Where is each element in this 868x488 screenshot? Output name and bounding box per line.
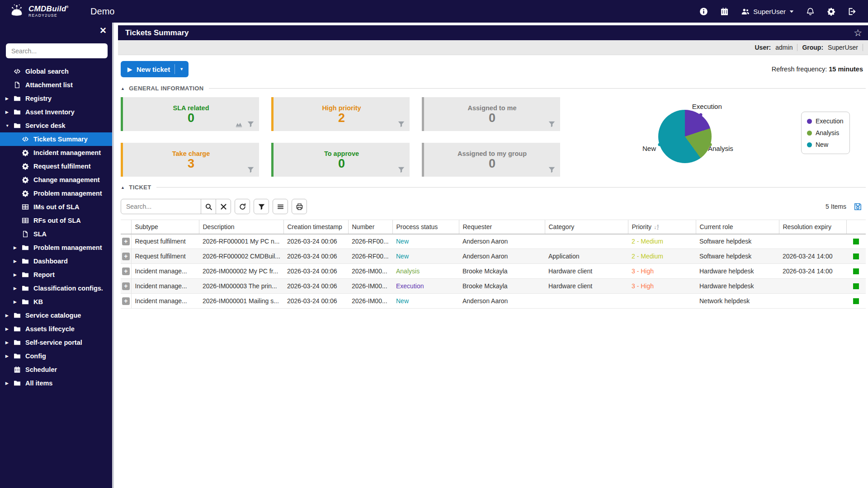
chevron-right-icon[interactable]: ▶ [5,96,11,101]
kpi-card-assigned-to-my-group[interactable]: Assigned to my group0 [422,143,560,177]
table-row[interactable]: +Request fulfilment2026-RF000002 CMDBuil… [121,249,866,264]
filter-icon[interactable] [548,166,556,174]
table-row[interactable]: +Request fulfilment2026-RF000001 My PC n… [121,234,866,249]
filter-icon[interactable] [397,120,405,128]
sidebar-item-problem-management[interactable]: ▶Problem management [0,241,114,254]
sidebar-item-asset-inventory[interactable]: ▶Asset Inventory [0,105,114,119]
expand-row-button[interactable]: + [122,238,130,245]
sidebar-search-input[interactable] [6,43,108,58]
save-icon[interactable] [854,202,862,211]
chevron-right-icon[interactable]: ▶ [5,313,11,318]
pie-chart[interactable] [658,110,712,163]
expand-row-button[interactable]: + [122,267,130,275]
chevron-right-icon[interactable]: ▶ [5,381,11,385]
kpi-card-high-priority[interactable]: High priority2 [271,97,410,131]
column-header-process-status[interactable]: Process status [392,220,459,234]
kpi-card-to-approve[interactable]: To approve0 [271,143,410,177]
collapse-icon[interactable]: ▲ [121,185,125,190]
table-row[interactable]: +Incident manage...2026-IM000001 Mailing… [121,294,866,309]
sidebar-scrollbar[interactable] [112,23,114,488]
sidebar-item-attachment-list[interactable]: Attachment list [0,78,114,92]
expand-row-button[interactable]: + [122,253,130,260]
filter-icon[interactable] [548,120,556,128]
column-header-category[interactable]: Category [545,220,628,234]
filter-icon[interactable] [247,166,255,174]
chart-icon[interactable] [235,120,243,128]
filter-icon[interactable] [247,120,255,128]
sidebar-item-assets-lifecycle[interactable]: ▶Assets lifecycle [0,322,114,336]
chevron-right-icon[interactable]: ▶ [14,259,19,263]
chevron-right-icon[interactable]: ▶ [14,300,19,304]
ticket-search-input[interactable] [121,199,201,214]
sidebar-item-sla[interactable]: SLA [0,227,114,241]
expand-row-button[interactable]: + [122,282,130,290]
sidebar-item-service-catalogue[interactable]: ▶Service catalogue [0,309,114,322]
cmdbuild-logo[interactable]: CMDBuild® READY2USE [9,4,69,19]
sidebar-item-kb[interactable]: ▶KB [0,295,114,309]
bell-button[interactable] [806,7,815,16]
sidebar-item-registry[interactable]: ▶Registry [0,92,114,105]
kpi-card-sla-related[interactable]: SLA related0 [121,97,259,131]
ticket-section-header[interactable]: ▲ TICKET [121,184,866,191]
sidebar-item-tickets-summary[interactable]: Tickets Summary [0,132,114,146]
kpi-card-assigned-to-me[interactable]: Assigned to me0 [422,97,560,131]
favorite-star-icon[interactable]: ☆ [854,28,862,38]
chevron-right-icon[interactable]: ▶ [5,110,11,114]
sidebar-item-scheduler[interactable]: Scheduler [0,363,114,376]
app-title: Demo [90,6,114,17]
sidebar-item-request-fulfilment[interactable]: Request fulfilment [0,160,114,173]
search-button[interactable] [201,199,216,214]
column-header-subtype[interactable]: Subtype [131,220,199,234]
table-row[interactable]: +Incident manage...2026-IM000002 My PC f… [121,264,866,279]
sidebar-item-self-service-portal[interactable]: ▶Self-service portal [0,336,114,349]
sidebar-item-report[interactable]: ▶Report [0,268,114,282]
chevron-right-icon[interactable]: ▶ [14,286,19,291]
sidebar-item-service-desk[interactable]: ▼Service desk [0,119,114,132]
chevron-down-icon[interactable]: ▼ [5,123,11,128]
chevron-right-icon[interactable]: ▶ [14,245,19,250]
filter-button[interactable] [254,199,269,214]
info-button[interactable] [699,7,708,16]
column-header-description[interactable]: Description [199,220,283,234]
kpi-card-take-charge[interactable]: Take charge3 [121,143,259,177]
sidebar-item-incident-management[interactable]: Incident management [0,146,114,160]
general-information-section-header[interactable]: ▲ GENERAL INFORMATION [121,85,866,92]
chevron-right-icon[interactable]: ▶ [5,340,11,345]
sidebar-item-config[interactable]: ▶Config [0,349,114,363]
sidebar-item-problem-management[interactable]: Problem management [0,187,114,200]
chevron-right-icon[interactable]: ▶ [14,272,19,277]
sidebar-item-ims-out-of-sla[interactable]: IMs out of SLA [0,200,114,214]
chevron-down-icon[interactable]: ▼ [179,67,184,71]
print-button[interactable] [292,199,307,214]
legend-item-new[interactable]: New [807,141,844,148]
column-header-priority[interactable]: Priority↓AZ [628,220,696,234]
collapse-icon[interactable]: ▲ [121,86,125,91]
filter-icon[interactable] [397,166,405,174]
sidebar-item-global-search[interactable]: Global search [0,65,114,78]
column-header-creation-timestamp[interactable]: Creation timestamp [283,220,348,234]
chevron-right-icon[interactable]: ▶ [5,327,11,331]
sidebar-close-button[interactable]: ✕ [99,26,107,35]
sidebar-item-rfs-out-of-sla[interactable]: RFs out of SLA [0,214,114,227]
column-header-number[interactable]: Number [348,220,392,234]
expand-row-button[interactable]: + [122,297,130,305]
calendar-button[interactable] [720,7,729,16]
reload-button[interactable] [235,199,250,214]
column-header-requester[interactable]: Requester [459,220,545,234]
sidebar-item-change-management[interactable]: Change management [0,173,114,187]
clear-search-button[interactable] [216,199,231,214]
legend-item-analysis[interactable]: Analysis [807,129,844,136]
column-header-resolution-expiry[interactable]: Resolution expiry [779,220,846,234]
sidebar-item-dashboard[interactable]: ▶Dashboard [0,254,114,268]
gear-button[interactable] [827,7,835,16]
sidebar-item-classification-configs[interactable]: ▶Classification configs. [0,282,114,295]
menu-button[interactable] [273,199,288,214]
sidebar-item-all-items[interactable]: ▶All items [0,376,114,390]
legend-item-execution[interactable]: Execution [807,117,844,125]
new-ticket-button[interactable]: ▶ New ticket ▼ [121,61,189,77]
user-menu[interactable]: SuperUser [741,7,794,16]
sign-out-button[interactable] [848,7,856,16]
chevron-right-icon[interactable]: ▶ [5,354,11,358]
table-row[interactable]: +Incident manage...2026-IM000003 The pri… [121,279,866,294]
column-header-current-role[interactable]: Current role [696,220,779,234]
